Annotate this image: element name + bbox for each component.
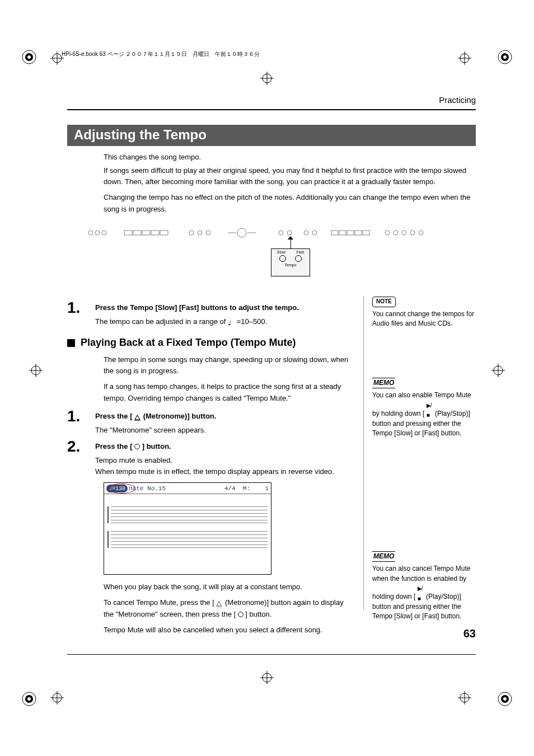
crosshair-icon	[260, 671, 274, 684]
intro-text: This changes the song tempo.	[104, 152, 476, 163]
svg-point-2	[27, 55, 31, 59]
page-title: Adjusting the Tempo	[67, 125, 476, 146]
svg-rect-54	[331, 231, 338, 235]
exit-icon	[238, 612, 243, 617]
memo-badge: MEMO	[372, 551, 395, 562]
note-badge: NOTE	[372, 297, 396, 307]
intro-text: Changing the tempo has no effect on the …	[104, 192, 476, 214]
svg-rect-39	[124, 231, 132, 235]
svg-rect-42	[151, 231, 159, 235]
memo-text: You can also enable Tempo Mute by holdin…	[372, 391, 476, 438]
svg-point-36	[88, 231, 93, 235]
intro-text: If songs seem difficult to play at their…	[104, 165, 476, 187]
crosshair-icon	[491, 364, 505, 377]
tempo-display: ♩=138	[106, 485, 128, 492]
step-number: 1.	[67, 408, 95, 436]
crosshair-icon	[458, 691, 471, 705]
song-name: nate No.15	[129, 485, 166, 492]
svg-rect-40	[133, 231, 141, 235]
crosshair-icon	[29, 364, 43, 377]
print-header: HPi-6S-e.book 63 ページ ２００７年１１月１９日 月曜日 午前１…	[62, 50, 260, 58]
svg-point-52	[304, 231, 308, 235]
svg-point-59	[385, 231, 390, 235]
svg-point-63	[419, 231, 423, 235]
svg-point-45	[198, 231, 202, 235]
svg-point-50	[279, 231, 283, 235]
metronome-icon	[134, 413, 141, 420]
svg-rect-55	[339, 231, 346, 235]
step-number: 2.	[67, 439, 95, 477]
sub-heading: Playing Back at a Fixed Tempo (Tempo Mut…	[67, 337, 476, 349]
note-box: NOTE You cannot change the tempos for Au…	[372, 297, 476, 328]
play-stop-icon	[427, 401, 433, 407]
measure-number: 1	[265, 485, 269, 492]
bullet-icon	[67, 339, 75, 347]
step-title: Press the [ (Metronome)] button.	[95, 412, 353, 420]
step-body: The "Metronome" screen appears.	[95, 425, 353, 436]
panel-diagram: Slow Fast Tempo	[76, 225, 476, 287]
svg-point-61	[402, 231, 406, 235]
registration-mark-icon	[21, 49, 37, 65]
divider	[67, 109, 476, 110]
registration-mark-icon	[21, 691, 37, 707]
svg-rect-58	[363, 231, 369, 235]
svg-point-60	[394, 231, 398, 235]
svg-rect-56	[347, 231, 354, 235]
exit-icon	[134, 444, 140, 449]
step-title: Press the [ ] button.	[95, 442, 353, 450]
callout-label-fast: Fast	[297, 250, 305, 254]
svg-rect-41	[142, 231, 150, 235]
measure-label: M:	[243, 485, 250, 492]
callout-label-slow: Slow	[277, 250, 285, 254]
music-score	[104, 494, 271, 572]
quarter-note-icon	[228, 317, 235, 324]
memo-badge: MEMO	[372, 378, 395, 388]
tempo-callout: Slow Fast Tempo	[271, 248, 310, 276]
svg-point-51	[287, 231, 292, 235]
memo-box: MEMO You can also enable Tempo Mute by h…	[372, 378, 476, 438]
note-text: You cannot change the tempos for Audio f…	[372, 309, 476, 329]
page-number: 63	[463, 627, 476, 640]
registration-mark-icon	[497, 691, 513, 707]
step-body: Tempo mute is enabled.	[95, 455, 353, 466]
svg-point-53	[312, 231, 317, 235]
svg-rect-57	[355, 231, 362, 235]
svg-point-5	[503, 55, 507, 59]
svg-point-11	[503, 697, 507, 701]
vertical-divider	[363, 297, 364, 610]
svg-point-8	[27, 697, 31, 701]
svg-point-38	[102, 231, 106, 235]
lcd-screenshot: ♩=138 nate No.15 4/4 M: 1	[104, 482, 271, 575]
crosshair-icon	[50, 691, 64, 705]
memo-box: MEMO You can also cancel Tempo Mute when…	[372, 551, 476, 622]
step-body: When tempo mute is in effect, the tempo …	[95, 466, 353, 477]
crosshair-icon	[458, 51, 471, 65]
divider	[67, 654, 476, 655]
panel-top-icon	[85, 225, 477, 241]
sub-intro-text: The tempo in some songs may change, spee…	[104, 354, 476, 377]
memo-text: You can also cancel Tempo Mute when the …	[372, 564, 476, 621]
svg-point-46	[206, 231, 210, 235]
svg-point-44	[189, 231, 194, 235]
svg-point-62	[410, 231, 415, 235]
section-label: Practicing	[67, 95, 476, 105]
svg-point-48	[237, 228, 246, 237]
callout-label-tempo: Tempo	[271, 263, 310, 267]
sub-step-2: 2. Press the [ ] button. Tempo mute is e…	[67, 439, 476, 477]
crosshair-icon	[260, 72, 274, 85]
metronome-icon	[216, 598, 223, 605]
play-stop-icon	[418, 584, 424, 590]
svg-rect-43	[160, 231, 168, 235]
registration-mark-icon	[497, 49, 513, 65]
step-number: 1.	[67, 300, 95, 327]
after-text: Tempo Mute will also be cancelled when y…	[104, 624, 476, 636]
time-signature: 4/4	[224, 485, 236, 492]
svg-point-37	[95, 231, 100, 235]
